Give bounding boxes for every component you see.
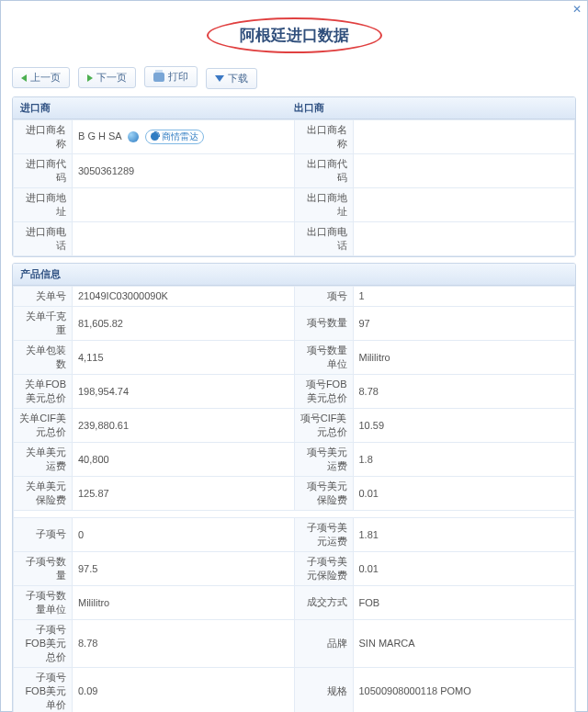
- parties-panel: 进口商 出口商 进口商名称 B G H SA 商情雷达 出口商名称 进口商: [12, 96, 576, 257]
- spacer-row: [14, 510, 575, 517]
- cell-val: 1: [353, 286, 575, 306]
- imp-code-val: 3050361289: [73, 153, 295, 187]
- cell-val: 0.09: [73, 667, 295, 712]
- cell-lbl: 项号数量: [294, 306, 353, 340]
- parties-table: 进口商名称 B G H SA 商情雷达 出口商名称 进口商代码 30503612…: [13, 119, 575, 256]
- table-row: 进口商电话 出口商电话: [14, 221, 575, 255]
- cell-val: SIN MARCA: [353, 619, 575, 667]
- table-row: 子项号数量97.5子项号美元保险费0.01: [14, 551, 575, 585]
- product-header: 产品信息: [13, 264, 575, 286]
- imp-name-val: B G H SA 商情雷达: [73, 119, 295, 153]
- close-icon[interactable]: ✕: [572, 3, 582, 16]
- cell-val: 198,954.74: [73, 374, 295, 408]
- radar-button[interactable]: 商情雷达: [145, 130, 204, 144]
- product-panel: 产品信息 关单号21049IC03000090K项号1 关单千克重81,605.…: [12, 263, 576, 713]
- cell-val: 4,115: [73, 340, 295, 374]
- exporter-header: 出口商: [294, 101, 324, 115]
- cell-val: 0.01: [353, 476, 575, 510]
- table-row: 子项号FOB美元总价8.78品牌SIN MARCA: [14, 619, 575, 667]
- table-row: 进口商代码 3050361289 出口商代码: [14, 153, 575, 187]
- cell-lbl: 关单CIF美元总价: [14, 408, 73, 442]
- cell-lbl: 子项号数量: [14, 551, 73, 585]
- exp-tel-val: [353, 221, 575, 255]
- cell-val: 40,800: [73, 442, 295, 476]
- cell-lbl: 子项号FOB美元单价: [14, 667, 73, 712]
- table-row: 关单千克重81,605.82项号数量97: [14, 306, 575, 340]
- cell-lbl: 关单千克重: [14, 306, 73, 340]
- print-label: 打印: [168, 70, 188, 84]
- prev-button[interactable]: 上一页: [12, 67, 70, 88]
- cell-val: 8.78: [73, 619, 295, 667]
- globe-icon[interactable]: [128, 131, 139, 142]
- exp-addr-lbl: 出口商地址: [294, 187, 353, 221]
- prev-label: 上一页: [30, 71, 61, 85]
- print-button[interactable]: 打印: [144, 66, 198, 87]
- cell-val: 81,605.82: [73, 306, 295, 340]
- cell-lbl: 子项号FOB美元总价: [14, 619, 73, 667]
- imp-code-lbl: 进口商代码: [14, 153, 73, 187]
- download-button[interactable]: 下载: [206, 68, 257, 89]
- dialog-window: ✕ 阿根廷进口数据 上一页 下一页 打印 下载 进口商 出口商 进口: [0, 0, 588, 712]
- cell-lbl: 成交方式: [294, 585, 353, 619]
- importer-header: 进口商: [20, 101, 294, 115]
- exp-tel-lbl: 出口商电话: [294, 221, 353, 255]
- exp-name-lbl: 出口商名称: [294, 119, 353, 153]
- page-title: 阿根廷进口数据: [207, 17, 382, 53]
- table-row: 关单CIF美元总价239,880.61项号CIF美元总价10.59: [14, 408, 575, 442]
- table-row: 子项号数量单位Mililitro成交方式FOB: [14, 585, 575, 619]
- table-row: 关单美元保险费125.87项号美元保险费0.01: [14, 476, 575, 510]
- cell-val: 8.78: [353, 374, 575, 408]
- cell-val: 1.8: [353, 442, 575, 476]
- cell-lbl: 品牌: [294, 619, 353, 667]
- cell-lbl: 项号美元保险费: [294, 476, 353, 510]
- cell-lbl: 项号FOB美元总价: [294, 374, 353, 408]
- cell-lbl: 子项号数量单位: [14, 585, 73, 619]
- table-row: 子项号0子项号美元运费1.81: [14, 517, 575, 551]
- cell-lbl: 关单FOB美元总价: [14, 374, 73, 408]
- table-row: 进口商地址 出口商地址: [14, 187, 575, 221]
- cell-lbl: 关单号: [14, 286, 73, 306]
- cell-val: 10.59: [353, 408, 575, 442]
- table-row: 关单包装数4,115项号数量单位Mililitro: [14, 340, 575, 374]
- table-row: 关单号21049IC03000090K项号1: [14, 286, 575, 306]
- table-row: 关单FOB美元总价198,954.74项号FOB美元总价8.78: [14, 374, 575, 408]
- importer-name: B G H SA: [78, 130, 121, 141]
- cell-lbl: 项号CIF美元总价: [294, 408, 353, 442]
- cell-val: 239,880.61: [73, 408, 295, 442]
- download-icon: [215, 75, 224, 82]
- cell-lbl: 项号: [294, 286, 353, 306]
- cell-lbl: 规格: [294, 667, 353, 712]
- imp-tel-lbl: 进口商电话: [14, 221, 73, 255]
- imp-name-lbl: 进口商名称: [14, 119, 73, 153]
- cell-val: 0.01: [353, 551, 575, 585]
- imp-addr-val: [73, 187, 295, 221]
- download-label: 下载: [228, 72, 248, 85]
- cell-lbl: 关单美元保险费: [14, 476, 73, 510]
- cell-val: 125.87: [73, 476, 295, 510]
- cell-val: Mililitro: [73, 585, 295, 619]
- printer-icon: [153, 73, 164, 82]
- arrow-left-icon: [21, 74, 27, 82]
- table-row: 关单美元运费40,800项号美元运费1.8: [14, 442, 575, 476]
- cell-lbl: 关单美元运费: [14, 442, 73, 476]
- cell-val: 0: [73, 517, 295, 551]
- next-button[interactable]: 下一页: [78, 67, 136, 88]
- cell-val: Mililitro: [353, 340, 575, 374]
- product-table: 关单号21049IC03000090K项号1 关单千克重81,605.82项号数…: [13, 286, 575, 713]
- radar-label: 商情雷达: [162, 130, 198, 143]
- radar-icon: [151, 132, 159, 141]
- cell-val: 10500908000118 POMO: [353, 667, 575, 712]
- table-row: 进口商名称 B G H SA 商情雷达 出口商名称: [14, 119, 575, 153]
- title-area: 阿根廷进口数据: [12, 17, 576, 53]
- cell-val: FOB: [353, 585, 575, 619]
- imp-addr-lbl: 进口商地址: [14, 187, 73, 221]
- exp-code-lbl: 出口商代码: [294, 153, 353, 187]
- exp-name-val: [353, 119, 575, 153]
- arrow-right-icon: [87, 74, 93, 82]
- next-label: 下一页: [96, 71, 127, 85]
- cell-lbl: 子项号美元保险费: [294, 551, 353, 585]
- cell-val: 97: [353, 306, 575, 340]
- exp-code-val: [353, 153, 575, 187]
- table-row: 子项号FOB美元单价0.09规格10500908000118 POMO: [14, 667, 575, 712]
- cell-val: 97.5: [73, 551, 295, 585]
